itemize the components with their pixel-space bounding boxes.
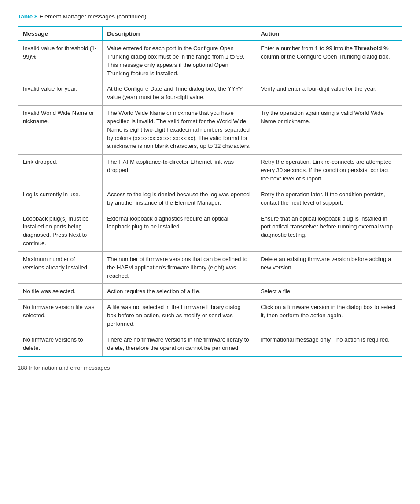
cell-description: A file was not selected in the Firmware … (103, 300, 256, 332)
col-message: Message (18, 26, 103, 41)
table-row: Invalid World Wide Name or nickname.The … (18, 106, 402, 155)
header-row: Message Description Action (18, 26, 402, 41)
col-description: Description (103, 26, 256, 41)
cell-action: Try the operation again using a valid Wo… (256, 106, 402, 155)
cell-description: Action requires the selection of a file. (103, 284, 256, 300)
cell-message: Loopback plug(s) must be installed on po… (18, 211, 103, 251)
cell-message: Invalid value for threshold (1-99)%. (18, 41, 103, 81)
table-row: Maximum number of versions already insta… (18, 251, 402, 284)
col-action: Action (256, 26, 402, 41)
page-footer: 188 Information and error messages (18, 364, 402, 371)
table-title-text: Element Manager messages (continued) (38, 13, 147, 20)
cell-message: Maximum number of versions already insta… (18, 251, 103, 284)
cell-message: Invalid World Wide Name or nickname. (18, 106, 103, 155)
cell-description: External loopback diagnostics require an… (103, 211, 256, 251)
cell-action: Retry the operation. Link re-connects ar… (256, 155, 402, 187)
cell-action: Select a file. (256, 284, 402, 300)
cell-description: The World Wide Name or nickname that you… (103, 106, 256, 155)
cell-action: Delete an existing firmware version befo… (256, 251, 402, 284)
cell-description: Access to the log is denied because the … (103, 187, 256, 211)
cell-action: Informational message only—no action is … (256, 332, 402, 356)
cell-description: There are no firmware versions in the fi… (103, 332, 256, 356)
table-body: Invalid value for threshold (1-99)%.Valu… (18, 41, 402, 357)
cell-action: Enter a number from 1 to 99 into the Thr… (256, 41, 402, 81)
table-row: Loopback plug(s) must be installed on po… (18, 211, 402, 251)
cell-message: Log is currently in use. (18, 187, 103, 211)
main-table: Message Description Action Invalid value… (18, 26, 402, 357)
cell-message: Invalid value for year. (18, 81, 103, 106)
table-row: Invalid value for threshold (1-99)%.Valu… (18, 41, 402, 81)
cell-message: Link dropped. (18, 155, 103, 187)
cell-description: At the Configure Date and Time dialog bo… (103, 81, 256, 106)
table-row: No file was selected.Action requires the… (18, 284, 402, 300)
table-label: Table 8 (18, 13, 38, 20)
table-row: Invalid value for year.At the Configure … (18, 81, 402, 106)
cell-message: No firmware version file was selected. (18, 300, 103, 332)
table-row: No firmware versions to delete.There are… (18, 332, 402, 356)
cell-description: Value entered for each port in the Confi… (103, 41, 256, 81)
page-header: Table 8 Element Manager messages (contin… (18, 13, 402, 20)
table-header: Message Description Action (18, 26, 402, 41)
cell-action: Ensure that an optical loopback plug is … (256, 211, 402, 251)
footer-text: 188 Information and error messages (18, 364, 110, 371)
cell-action: Verify and enter a four-digit value for … (256, 81, 402, 106)
table-row: Link dropped.The HAFM appliance-to-direc… (18, 155, 402, 187)
cell-message: No firmware versions to delete. (18, 332, 103, 356)
table-row: Log is currently in use.Access to the lo… (18, 187, 402, 211)
cell-action: Retry the operation later. If the condit… (256, 187, 402, 211)
table-row: No firmware version file was selected.A … (18, 300, 402, 332)
cell-description: The HAFM appliance-to-director Ethernet … (103, 155, 256, 187)
cell-message: No file was selected. (18, 284, 103, 300)
cell-action: Click on a firmware version in the dialo… (256, 300, 402, 332)
table-title: Table 8 Element Manager messages (contin… (18, 13, 146, 20)
cell-description: The number of firmware versions that can… (103, 251, 256, 284)
